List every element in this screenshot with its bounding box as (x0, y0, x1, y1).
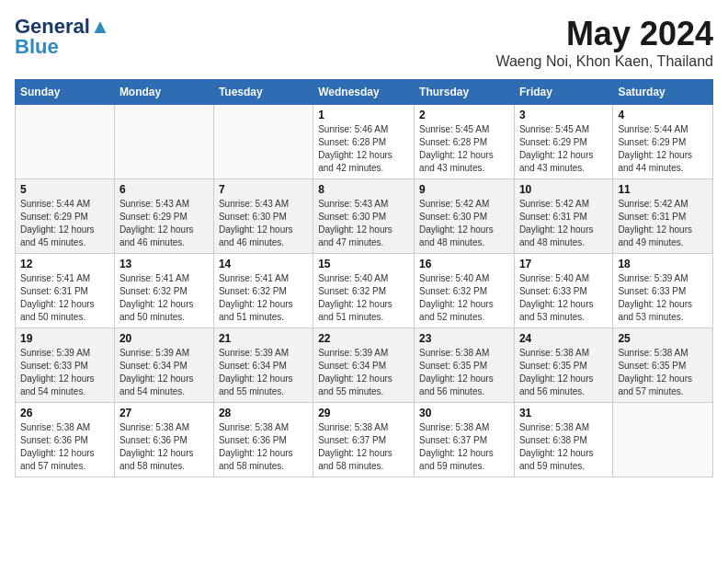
day-info: Sunrise: 5:38 AM Sunset: 6:37 PM Dayligh… (419, 421, 509, 473)
day-info: Sunrise: 5:39 AM Sunset: 6:33 PM Dayligh… (20, 347, 109, 398)
day-info: Sunrise: 5:46 AM Sunset: 6:28 PM Dayligh… (318, 123, 409, 175)
day-info: Sunrise: 5:39 AM Sunset: 6:34 PM Dayligh… (318, 347, 409, 398)
calendar-cell (16, 105, 115, 179)
day-info: Sunrise: 5:44 AM Sunset: 6:29 PM Dayligh… (618, 123, 708, 175)
calendar-week-row: 19Sunrise: 5:39 AM Sunset: 6:33 PM Dayli… (16, 328, 713, 403)
day-info: Sunrise: 5:42 AM Sunset: 6:30 PM Dayligh… (419, 198, 509, 249)
calendar-cell: 16Sunrise: 5:40 AM Sunset: 6:32 PM Dayli… (415, 254, 515, 328)
calendar-cell: 20Sunrise: 5:39 AM Sunset: 6:34 PM Dayli… (114, 328, 213, 403)
day-info: Sunrise: 5:43 AM Sunset: 6:30 PM Dayligh… (219, 198, 308, 249)
calendar-cell: 30Sunrise: 5:38 AM Sunset: 6:37 PM Dayli… (415, 403, 515, 477)
calendar-cell: 19Sunrise: 5:39 AM Sunset: 6:33 PM Dayli… (16, 328, 115, 403)
day-info: Sunrise: 5:45 AM Sunset: 6:29 PM Dayligh… (519, 123, 608, 175)
weekday-header: Thursday (415, 80, 515, 105)
day-info: Sunrise: 5:40 AM Sunset: 6:32 PM Dayligh… (318, 272, 409, 324)
title-block: May 2024 Waeng Noi, Khon Kaen, Thailand (495, 15, 713, 70)
weekday-header: Friday (514, 80, 612, 105)
day-info: Sunrise: 5:38 AM Sunset: 6:35 PM Dayligh… (419, 347, 509, 398)
logo-blue: Blue (15, 35, 59, 59)
day-info: Sunrise: 5:44 AM Sunset: 6:29 PM Dayligh… (20, 198, 109, 249)
calendar-cell: 22Sunrise: 5:39 AM Sunset: 6:34 PM Dayli… (313, 328, 415, 403)
day-info: Sunrise: 5:39 AM Sunset: 6:33 PM Dayligh… (618, 272, 708, 324)
day-number: 19 (20, 332, 109, 345)
day-number: 13 (119, 258, 209, 270)
day-number: 26 (20, 407, 109, 419)
day-info: Sunrise: 5:45 AM Sunset: 6:28 PM Dayligh… (419, 123, 509, 175)
calendar-cell: 6Sunrise: 5:43 AM Sunset: 6:29 PM Daylig… (114, 179, 213, 254)
calendar-cell: 7Sunrise: 5:43 AM Sunset: 6:30 PM Daylig… (213, 179, 313, 254)
day-number: 2 (419, 109, 509, 121)
calendar-cell: 11Sunrise: 5:42 AM Sunset: 6:31 PM Dayli… (613, 179, 713, 254)
calendar-cell: 28Sunrise: 5:38 AM Sunset: 6:36 PM Dayli… (213, 403, 313, 477)
calendar-cell: 5Sunrise: 5:44 AM Sunset: 6:29 PM Daylig… (16, 179, 115, 254)
day-number: 30 (419, 407, 509, 419)
day-number: 14 (219, 258, 308, 270)
day-info: Sunrise: 5:42 AM Sunset: 6:31 PM Dayligh… (519, 198, 608, 249)
day-number: 3 (519, 109, 608, 121)
page-header: General▲ Blue May 2024 Waeng Noi, Khon K… (15, 15, 713, 70)
weekday-header-row: SundayMondayTuesdayWednesdayThursdayFrid… (16, 80, 713, 105)
weekday-header: Monday (114, 80, 213, 105)
calendar-table: SundayMondayTuesdayWednesdayThursdayFrid… (15, 79, 713, 477)
day-number: 6 (119, 183, 209, 196)
day-number: 18 (618, 258, 708, 270)
calendar-cell: 25Sunrise: 5:38 AM Sunset: 6:35 PM Dayli… (613, 328, 713, 403)
day-info: Sunrise: 5:42 AM Sunset: 6:31 PM Dayligh… (618, 198, 708, 249)
day-number: 29 (318, 407, 409, 419)
day-info: Sunrise: 5:38 AM Sunset: 6:36 PM Dayligh… (119, 421, 209, 473)
main-title: May 2024 (495, 15, 713, 53)
calendar-cell: 3Sunrise: 5:45 AM Sunset: 6:29 PM Daylig… (514, 105, 612, 179)
day-info: Sunrise: 5:38 AM Sunset: 6:37 PM Dayligh… (318, 421, 409, 473)
day-number: 15 (318, 258, 409, 270)
day-number: 16 (419, 258, 509, 270)
calendar-cell: 10Sunrise: 5:42 AM Sunset: 6:31 PM Dayli… (514, 179, 612, 254)
day-number: 31 (519, 407, 608, 419)
day-info: Sunrise: 5:38 AM Sunset: 6:36 PM Dayligh… (20, 421, 109, 473)
day-number: 7 (219, 183, 308, 196)
calendar-week-row: 26Sunrise: 5:38 AM Sunset: 6:36 PM Dayli… (16, 403, 713, 477)
day-number: 17 (519, 258, 608, 270)
calendar-week-row: 12Sunrise: 5:41 AM Sunset: 6:31 PM Dayli… (16, 254, 713, 328)
day-info: Sunrise: 5:38 AM Sunset: 6:35 PM Dayligh… (618, 347, 708, 398)
day-info: Sunrise: 5:41 AM Sunset: 6:31 PM Dayligh… (20, 272, 109, 324)
calendar-cell: 27Sunrise: 5:38 AM Sunset: 6:36 PM Dayli… (114, 403, 213, 477)
day-info: Sunrise: 5:40 AM Sunset: 6:33 PM Dayligh… (519, 272, 608, 324)
day-number: 12 (20, 258, 109, 270)
calendar-cell: 21Sunrise: 5:39 AM Sunset: 6:34 PM Dayli… (213, 328, 313, 403)
subtitle: Waeng Noi, Khon Kaen, Thailand (495, 53, 713, 70)
calendar-cell: 9Sunrise: 5:42 AM Sunset: 6:30 PM Daylig… (415, 179, 515, 254)
weekday-header: Saturday (613, 80, 713, 105)
calendar-cell: 14Sunrise: 5:41 AM Sunset: 6:32 PM Dayli… (213, 254, 313, 328)
day-number: 5 (20, 183, 109, 196)
calendar-cell: 1Sunrise: 5:46 AM Sunset: 6:28 PM Daylig… (313, 105, 415, 179)
day-number: 8 (318, 183, 409, 196)
calendar-cell: 24Sunrise: 5:38 AM Sunset: 6:35 PM Dayli… (514, 328, 612, 403)
calendar-cell: 26Sunrise: 5:38 AM Sunset: 6:36 PM Dayli… (16, 403, 115, 477)
day-number: 23 (419, 332, 509, 345)
calendar-cell: 29Sunrise: 5:38 AM Sunset: 6:37 PM Dayli… (313, 403, 415, 477)
day-number: 25 (618, 332, 708, 345)
day-info: Sunrise: 5:40 AM Sunset: 6:32 PM Dayligh… (419, 272, 509, 324)
calendar-cell: 8Sunrise: 5:43 AM Sunset: 6:30 PM Daylig… (313, 179, 415, 254)
day-info: Sunrise: 5:41 AM Sunset: 6:32 PM Dayligh… (219, 272, 308, 324)
calendar-week-row: 5Sunrise: 5:44 AM Sunset: 6:29 PM Daylig… (16, 179, 713, 254)
calendar-header: SundayMondayTuesdayWednesdayThursdayFrid… (16, 80, 713, 105)
day-info: Sunrise: 5:38 AM Sunset: 6:35 PM Dayligh… (519, 347, 608, 398)
calendar-cell: 17Sunrise: 5:40 AM Sunset: 6:33 PM Dayli… (514, 254, 612, 328)
calendar-cell: 13Sunrise: 5:41 AM Sunset: 6:32 PM Dayli… (114, 254, 213, 328)
day-info: Sunrise: 5:41 AM Sunset: 6:32 PM Dayligh… (119, 272, 209, 324)
day-info: Sunrise: 5:38 AM Sunset: 6:36 PM Dayligh… (219, 421, 308, 473)
weekday-header: Sunday (16, 80, 115, 105)
day-number: 20 (119, 332, 209, 345)
calendar-cell (114, 105, 213, 179)
weekday-header: Tuesday (213, 80, 313, 105)
calendar-cell: 23Sunrise: 5:38 AM Sunset: 6:35 PM Dayli… (415, 328, 515, 403)
day-number: 10 (519, 183, 608, 196)
day-info: Sunrise: 5:43 AM Sunset: 6:30 PM Dayligh… (318, 198, 409, 249)
calendar-cell (213, 105, 313, 179)
day-number: 1 (318, 109, 409, 121)
calendar-cell: 12Sunrise: 5:41 AM Sunset: 6:31 PM Dayli… (16, 254, 115, 328)
day-info: Sunrise: 5:38 AM Sunset: 6:38 PM Dayligh… (519, 421, 608, 473)
day-number: 24 (519, 332, 608, 345)
day-info: Sunrise: 5:43 AM Sunset: 6:29 PM Dayligh… (119, 198, 209, 249)
